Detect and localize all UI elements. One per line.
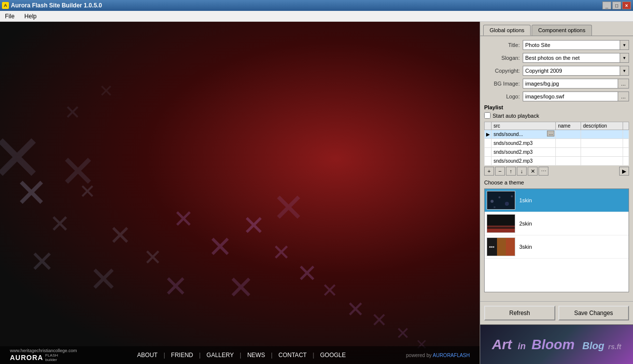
title-dropdown-btn[interactable]: ▼ (620, 40, 629, 50)
refresh-button[interactable]: Refresh (484, 306, 555, 320)
playlist-row[interactable]: snds/sound2.mp3 (485, 157, 629, 166)
title-input[interactable] (523, 40, 620, 50)
row-src: snds/sound2.mp3 (492, 157, 556, 166)
titlebar-controls[interactable]: _ □ × (602, 1, 631, 9)
copyright-label: Copyright: (484, 68, 520, 74)
copyright-field-row: Copyright: ▼ (484, 66, 629, 76)
svg-rect-11 (506, 238, 515, 256)
src-browse-btn[interactable]: … (547, 131, 554, 136)
row-src: snds/sound... … (492, 130, 556, 139)
powered-by: powered by AURORAFLASH (406, 353, 470, 358)
ad-banner: Art in Bloom Blog rs.ft (480, 324, 633, 364)
playlist-label: Playlist (484, 104, 629, 110)
aurora-text: AURORA (10, 354, 43, 362)
cross-pattern: ✕ ✕ ✕ ✕ ✕ ✕ ✕ ✕ ✕ ✕ ✕ ✕ ✕ ✕ ✕ ✕ ✕ ✕ ✕ ✕ … (0, 22, 480, 364)
playlist-row[interactable]: snds/sound2.mp3 (485, 148, 629, 157)
tab-component[interactable]: Component options (532, 25, 591, 36)
bgimage-label: BG Image: (484, 81, 520, 87)
row-name (556, 139, 581, 148)
bottom-navigation: www.heritagechristiancollege.com AURORA … (0, 346, 480, 364)
nav-about[interactable]: ABOUT (131, 352, 163, 359)
nav-friend[interactable]: FRIEND (165, 352, 199, 359)
nav-contact[interactable]: CONTACT (272, 352, 313, 359)
slogan-field-row: Slogan: ▼ (484, 53, 629, 63)
copyright-dropdown-btn[interactable]: ▼ (620, 66, 629, 76)
nav-links: ABOUT | FRIEND | GALLERY | NEWS | CONTAC… (131, 352, 352, 359)
minimize-button[interactable]: _ (602, 1, 611, 9)
row-arrow (485, 139, 492, 148)
title-field-row: Title: ▼ (484, 40, 629, 50)
playlist-toolbar: + − ↑ ↓ ✕ ⋯ ▶ (484, 167, 629, 176)
autoplay-row: Start auto playback (484, 112, 629, 119)
theme-thumb-3skin: ■■■ (487, 237, 515, 256)
playlist-delete-btn[interactable]: ✕ (528, 167, 538, 176)
row-description (581, 157, 623, 166)
slogan-label: Slogan: (484, 55, 520, 61)
col-scroll (623, 122, 629, 130)
theme-thumb-svg-3: ■■■ (487, 238, 515, 256)
playlist-section: Playlist Start auto playback src name de… (484, 104, 629, 176)
titlebar-left: A Aurora Flash Site Builder 1.0.5.0 (2, 2, 102, 9)
playlist-nav-btn[interactable]: ▶ (619, 167, 629, 176)
row-scroll (623, 148, 629, 157)
nav-google[interactable]: GOOGLE (314, 352, 352, 359)
playlist-body: ▶ snds/sound... … snds/sound2.mp3 snds/s… (485, 130, 629, 166)
ad-in: in (518, 341, 526, 351)
save-changes-button[interactable]: Save Changes (558, 306, 630, 320)
copyright-input[interactable] (523, 66, 620, 76)
slogan-input[interactable] (523, 53, 620, 63)
col-arrow (485, 122, 492, 130)
row-arrow: ▶ (485, 130, 492, 139)
logo-input-wrap: … (523, 91, 629, 101)
theme-item-2skin[interactable]: 2skin (485, 212, 629, 235)
svg-rect-7 (487, 228, 515, 233)
playlist-more-btn[interactable]: ⋯ (539, 167, 548, 176)
ad-bloom: Bloom (532, 337, 575, 352)
bgimage-browse-btn[interactable]: … (618, 79, 629, 89)
slogan-dropdown-btn[interactable]: ▼ (620, 53, 629, 63)
tab-global[interactable]: Global options (483, 25, 531, 36)
playlist-remove-btn[interactable]: − (495, 167, 505, 176)
playlist-down-btn[interactable]: ↓ (517, 167, 527, 176)
playlist-row[interactable]: ▶ snds/sound... … (485, 130, 629, 139)
titlebar-title: Aurora Flash Site Builder 1.0.5.0 (11, 2, 102, 9)
close-button[interactable]: × (622, 1, 631, 9)
svg-text:■■■: ■■■ (489, 245, 495, 248)
menu-file[interactable]: File (2, 12, 17, 21)
autoplay-label: Start auto playback (493, 113, 539, 119)
bgimage-field-row: BG Image: … (484, 79, 629, 89)
nav-gallery[interactable]: GALLERY (201, 352, 240, 359)
theme-list: 1skin 2skin (484, 188, 629, 292)
bgimage-input-wrap: … (523, 79, 629, 89)
ad-text: Art in Bloom Blog rs.ft (492, 337, 622, 353)
ad-suffix: rs.ft (608, 343, 621, 351)
logo-input[interactable] (523, 91, 618, 101)
playlist-add-btn[interactable]: + (484, 167, 494, 176)
tab-content: Title: ▼ Slogan: ▼ Copyright: ▼ (480, 36, 633, 301)
row-name (556, 130, 581, 139)
nav-news[interactable]: NEWS (241, 352, 271, 359)
svg-rect-8 (487, 226, 515, 228)
theme-item-3skin[interactable]: ■■■ 3skin (485, 235, 629, 259)
logo-brand: AURORA FLASH builder (10, 353, 58, 362)
logo-url: www.heritagechristiancollege.com (10, 348, 77, 353)
autoplay-checkbox[interactable] (484, 112, 491, 119)
ad-blog: Blog (583, 340, 604, 351)
playlist-table-wrap: src name description ▶ snds/sound... … (484, 122, 629, 166)
titlebar: A Aurora Flash Site Builder 1.0.5.0 _ □ … (0, 0, 633, 11)
logo-browse-btn[interactable]: … (618, 91, 629, 101)
maximize-button[interactable]: □ (612, 1, 621, 9)
bgimage-input[interactable] (523, 79, 618, 89)
bottom-buttons: Refresh Save Changes (480, 301, 633, 324)
playlist-row[interactable]: snds/sound2.mp3 (485, 139, 629, 148)
menu-help[interactable]: Help (21, 12, 40, 21)
logo-label: Logo: (484, 93, 520, 99)
nav-logo: www.heritagechristiancollege.com AURORA … (10, 348, 77, 362)
playlist-up-btn[interactable]: ↑ (506, 167, 516, 176)
row-scroll (623, 130, 629, 139)
theme-item-1skin[interactable]: 1skin (485, 189, 629, 212)
playlist-table: src name description ▶ snds/sound... … (484, 122, 629, 166)
row-name (556, 157, 581, 166)
theme-thumb-svg-1 (487, 191, 515, 210)
copyright-input-wrap: ▼ (523, 66, 629, 76)
